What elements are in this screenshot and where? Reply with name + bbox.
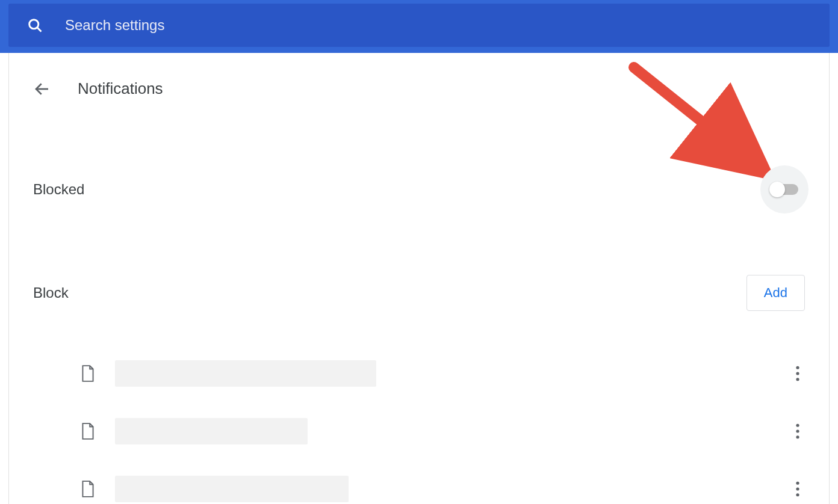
toggle-knob [769,182,785,197]
block-label: Block [33,284,69,301]
block-section-row: Block Add [33,214,805,311]
svg-point-9 [796,429,799,432]
blocked-toggle[interactable] [760,165,809,214]
document-icon [80,480,96,498]
more-icon[interactable] [790,361,805,386]
add-button[interactable]: Add [746,275,805,311]
block-list [33,311,805,504]
search-bar[interactable]: Search settings [8,4,830,47]
svg-line-1 [37,28,41,31]
list-item [80,460,805,504]
redacted-site [115,418,308,444]
svg-point-10 [796,435,799,438]
blocked-label: Blocked [33,181,84,198]
header: Search settings [0,0,838,53]
more-icon[interactable] [790,476,805,502]
svg-point-13 [796,493,799,496]
svg-point-0 [29,20,39,29]
svg-point-12 [796,487,799,490]
svg-point-7 [796,378,799,381]
search-placeholder: Search settings [65,17,164,34]
more-icon[interactable] [790,419,805,444]
list-item [80,345,805,402]
search-icon [26,17,43,34]
svg-point-11 [796,482,799,485]
redacted-site [115,476,349,502]
main-content: Notifications Blocked Block Add [8,53,830,504]
page-title: Notifications [78,79,163,98]
document-icon [80,364,96,383]
redacted-site [115,360,376,387]
document-icon [80,422,96,440]
back-icon[interactable] [33,80,51,98]
svg-point-8 [796,424,799,427]
blocked-row: Blocked [33,98,805,214]
list-item [80,402,805,460]
svg-point-6 [796,372,799,375]
svg-point-5 [796,366,799,369]
toggle-track [771,184,798,195]
title-row: Notifications [33,53,805,98]
